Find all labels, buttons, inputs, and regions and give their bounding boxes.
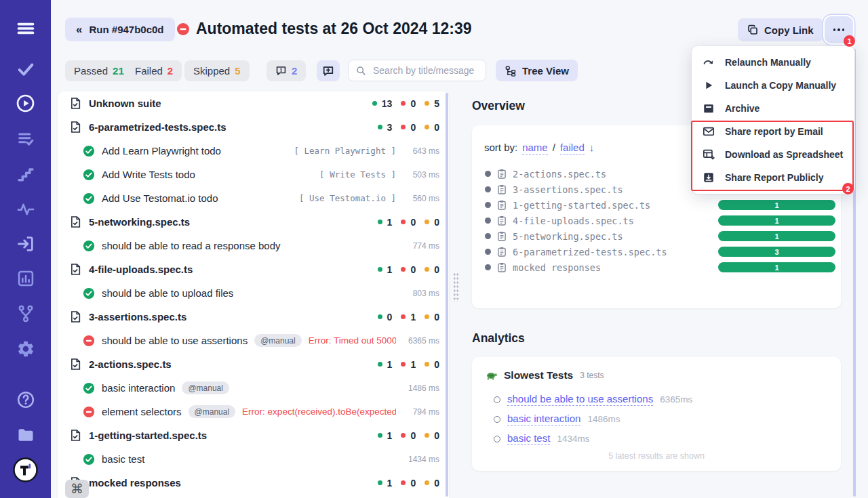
skipped-label: Skipped <box>193 65 230 77</box>
import-icon[interactable] <box>0 234 51 253</box>
filter-failed-chip[interactable]: Failed 2 <box>126 60 182 81</box>
suite-counts: 0 1 0 <box>369 312 439 323</box>
tests-scrollbar[interactable] <box>446 93 448 497</box>
overview-suite-row[interactable]: 4-file-uploads.spec.ts 1 <box>472 213 841 228</box>
archive-icon <box>703 102 715 115</box>
pulse-icon[interactable] <box>0 200 51 219</box>
back-to-run-button[interactable]: « Run #947b0c0d <box>65 18 175 41</box>
test-duration: 1434 ms <box>403 455 439 464</box>
suite-row[interactable]: 6-parametrized-tests.spec.ts 3 0 0 <box>58 115 449 139</box>
menu-icon[interactable] <box>0 19 51 38</box>
steps-icon[interactable] <box>0 165 51 184</box>
test-duration: 794 ms <box>403 407 439 417</box>
search-icon <box>356 66 366 76</box>
sort-separator: / <box>553 142 555 153</box>
slow-test-link[interactable]: should be able to use assertions <box>507 393 653 406</box>
tests-list-panel: Unknown suite 13 0 5 6-parametrized-test… <box>58 91 449 498</box>
suite-row[interactable]: mocked responses 1 0 0 <box>58 471 449 495</box>
test-row[interactable]: should be able to use assertions @manual… <box>58 329 449 352</box>
menu-item[interactable]: Share report by Email <box>692 120 854 143</box>
menu-item[interactable]: Relaunch Manually <box>692 51 854 74</box>
passed-count-bar: 1 <box>718 231 835 241</box>
suite-counts: 1 0 0 <box>369 264 439 275</box>
menu-item[interactable]: Launch a Copy Manually <box>692 74 854 97</box>
command-key-shortcut[interactable]: ⌘ <box>65 480 89 498</box>
suite-row[interactable]: 3-assertions.spec.ts 0 1 0 <box>58 305 449 329</box>
test-row[interactable]: Add Use Testomat.io todo [ Use Testomat.… <box>58 186 449 210</box>
copy-link-label: Copy Link <box>764 24 814 36</box>
clipboard-icon <box>497 215 507 226</box>
menu-item[interactable]: Archive <box>692 97 854 120</box>
filter-passed-chip[interactable]: Passed 21 <box>65 60 133 81</box>
skipped-dot-icon <box>425 101 429 106</box>
testomat-logo[interactable] <box>0 457 51 482</box>
filter-skipped-chip[interactable]: Skipped 5 <box>184 60 250 81</box>
suite-row[interactable]: Unknown suite 13 0 5 <box>58 91 449 115</box>
skipped-dot-icon <box>425 480 429 485</box>
overview-suite-row[interactable]: mocked responses 1 <box>472 260 841 275</box>
overview-suite-row[interactable]: 1-getting-started.spec.ts 1 <box>472 197 841 213</box>
passed-label: Passed <box>74 65 108 77</box>
help-icon[interactable] <box>0 390 51 409</box>
test-row[interactable]: Add Write Tests todo [ Write Tests ] 503… <box>58 163 449 186</box>
suite-failed-count: 0 <box>410 478 416 489</box>
failed-dot-icon <box>401 267 406 272</box>
play-circle-icon[interactable] <box>0 94 51 113</box>
test-row[interactable]: should be able to upload files 803 ms <box>58 281 449 305</box>
folder-icon[interactable] <box>0 426 51 444</box>
clipboard-icon <box>497 262 507 272</box>
clipboard-icon <box>497 231 507 241</box>
email-icon <box>703 125 715 138</box>
manual-tag-badge: @manual <box>254 334 302 347</box>
list-check-icon[interactable] <box>0 129 51 148</box>
annotation-badge-1: 1 <box>844 35 855 47</box>
suite-row[interactable]: 5-networking.spec.ts 1 0 0 <box>58 210 449 234</box>
copy-link-button[interactable]: Copy Link <box>738 18 823 41</box>
test-row[interactable]: should be able to read a response body 7… <box>58 234 449 257</box>
search-input[interactable] <box>372 64 478 77</box>
bullet-icon <box>485 233 491 239</box>
bracket-tag: [ Write Tests ] <box>319 169 396 180</box>
slow-test-link[interactable]: basic interaction <box>507 413 580 426</box>
filter-comments-chip[interactable]: 2 <box>267 60 306 81</box>
bar-chart-icon[interactable] <box>0 269 51 288</box>
panel-resize-handle[interactable] <box>453 272 460 302</box>
add-comment-button[interactable] <box>317 60 340 81</box>
test-name: Add Learn Playwright todo <box>102 145 221 157</box>
check-icon[interactable] <box>0 60 51 79</box>
slow-test-row: basic interaction 1486ms <box>494 409 692 429</box>
failed-dot-icon <box>401 480 406 485</box>
test-row[interactable]: Add Learn Playwright todo [ Learn Playwr… <box>58 139 449 163</box>
bullet-icon <box>485 186 491 192</box>
suite-row[interactable]: 1-getting-started.spec.ts 1 0 0 <box>58 423 449 447</box>
test-duration: 1486 ms <box>403 383 439 393</box>
passed-count-bar: 1 <box>718 262 835 272</box>
sort-direction-arrow-icon[interactable]: ↓ <box>589 142 595 153</box>
test-row[interactable]: basic test 1434 ms <box>58 447 449 471</box>
skipped-dot-icon <box>425 362 429 367</box>
overview-suite-row[interactable]: 6-parametrized-tests.spec.ts 3 <box>472 244 841 260</box>
suite-row[interactable]: 4-file-uploads.spec.ts 1 0 0 <box>58 257 449 281</box>
sort-by-failed-link[interactable]: failed <box>560 142 585 155</box>
overview-suite-row[interactable]: 5-networking.spec.ts 1 <box>472 228 841 244</box>
circle-outline-icon <box>494 396 500 403</box>
gear-icon[interactable] <box>0 339 51 358</box>
test-row[interactable]: element selectors @manual Error: expect(… <box>58 400 449 423</box>
suite-skipped-count: 0 <box>434 430 439 441</box>
slow-test-link[interactable]: basic test <box>507 432 550 445</box>
test-duration: 803 ms <box>403 289 439 298</box>
suite-name: 4-file-uploads.spec.ts <box>89 264 193 275</box>
annotation-badge-2: 2 <box>842 183 854 194</box>
tree-view-button[interactable]: Tree View <box>496 60 578 81</box>
menu-item[interactable]: Download as Spreadsheet <box>692 143 854 166</box>
test-row[interactable]: basic interaction @manual 1486 ms <box>58 376 449 400</box>
menu-item[interactable]: Share Report Publicly <box>692 166 854 189</box>
suite-passed-count: 1 <box>387 264 393 275</box>
passed-count-bar: 1 <box>718 200 835 210</box>
overview-suite-name: 4-file-uploads.spec.ts <box>513 215 634 226</box>
git-branch-icon[interactable] <box>0 304 51 323</box>
slow-test-duration: 6365ms <box>660 394 692 404</box>
sort-by-name-link[interactable]: name <box>522 142 548 155</box>
suite-row[interactable]: 2-actions.spec.ts 1 1 0 <box>58 352 449 376</box>
test-name: element selectors <box>102 406 182 417</box>
